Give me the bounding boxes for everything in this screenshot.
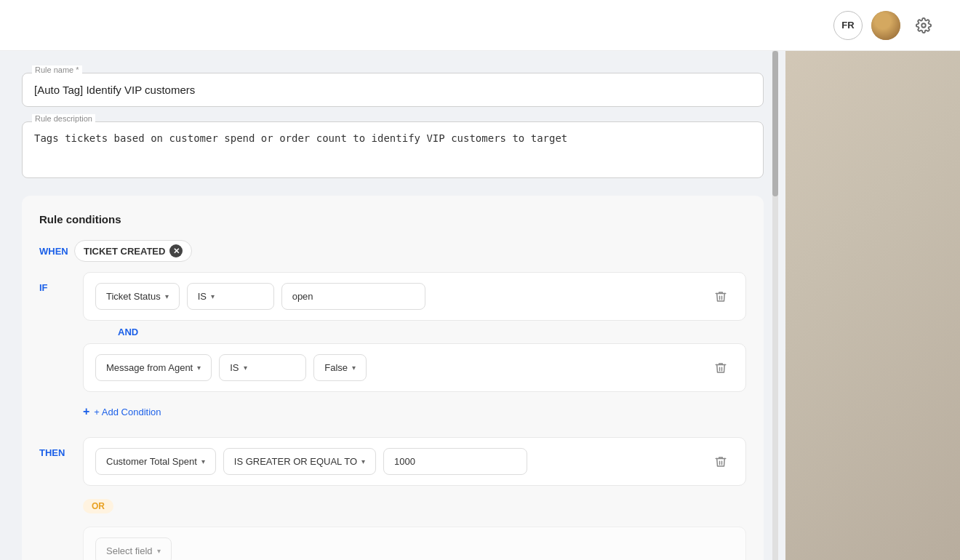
top-bar: FR [0, 0, 960, 51]
rule-desc-label: Rule description [32, 114, 95, 123]
plus-icon: + [83, 405, 89, 418]
when-tag-text: TICKET CREATED [84, 246, 165, 257]
add-condition-button[interactable]: + + Add Condition [83, 401, 161, 423]
condition-1: Ticket Status ▾ IS ▾ [83, 272, 746, 321]
condition2-operator-label: IS [230, 362, 239, 373]
condition3-field-label: Customer Total Spent [106, 456, 197, 467]
rule-name-label: Rule name * [32, 65, 82, 74]
then-label-col: THEN [39, 437, 71, 459]
condition3-operator-arrow: ▾ [361, 457, 365, 465]
condition3-field-arrow: ▾ [201, 457, 205, 465]
then-conditions-col: Customer Total Spent ▾ IS GREATER OR EQU… [83, 437, 746, 560]
rule-desc-input[interactable]: Tags tickets based on customer spend or … [22, 121, 764, 178]
condition1-field-label: Ticket Status [106, 291, 161, 302]
when-row: WHEN TICKET CREATED ✕ [39, 240, 746, 262]
condition2-field-label: Message from Agent [106, 362, 193, 373]
and-label: AND [118, 327, 746, 337]
trash-icon [714, 290, 727, 303]
when-tag-close[interactable]: ✕ [169, 244, 183, 257]
rule-name-input[interactable] [22, 73, 764, 107]
when-label: WHEN [39, 246, 68, 257]
svg-point-0 [921, 23, 926, 28]
trash-icon-2 [714, 361, 727, 375]
condition1-operator-arrow: ▾ [211, 292, 215, 300]
avatar[interactable] [871, 11, 900, 40]
condition2-operator-arrow: ▾ [244, 364, 247, 372]
condition4-field-dropdown[interactable]: Select field ▾ [95, 537, 172, 560]
condition1-field-dropdown[interactable]: Ticket Status ▾ [95, 283, 180, 310]
condition1-operator-label: IS [198, 291, 207, 302]
condition1-operator-dropdown[interactable]: IS ▾ [187, 283, 274, 310]
condition1-delete-button[interactable] [708, 284, 734, 310]
bg-decoration [778, 0, 960, 560]
section-title: Rule conditions [39, 213, 746, 225]
condition3-operator-label: IS GREATER OR EQUAL TO [234, 456, 357, 467]
top-bar-actions: FR [833, 11, 938, 40]
rule-conditions-card: Rule conditions WHEN TICKET CREATED ✕ IF… [22, 196, 764, 560]
scrollbar-thumb[interactable] [772, 51, 778, 196]
scrollbar-track [772, 51, 778, 560]
condition2-operator-dropdown[interactable]: IS ▾ [219, 354, 306, 381]
then-section: THEN Customer Total Spent ▾ IS GREATER O… [39, 437, 746, 560]
condition2-value-dropdown[interactable]: False ▾ [313, 354, 367, 381]
condition2-field-dropdown[interactable]: Message from Agent ▾ [95, 354, 212, 381]
or-label: OR [83, 499, 113, 513]
when-tag-chip: TICKET CREATED ✕ [74, 240, 192, 262]
condition1-value-input[interactable] [281, 283, 425, 310]
rule-name-group: Rule name * [22, 73, 764, 107]
condition2-value-arrow: ▾ [352, 364, 356, 372]
condition4-field-arrow: ▾ [157, 547, 161, 555]
rule-desc-group: Rule description Tags tickets based on c… [22, 121, 764, 181]
condition3-field-dropdown[interactable]: Customer Total Spent ▾ [95, 448, 216, 475]
condition2-value-label: False [324, 362, 348, 373]
settings-button[interactable] [909, 11, 938, 40]
add-condition-row: + + Add Condition [83, 401, 746, 423]
gear-icon [916, 17, 932, 33]
condition-4: Select field ▾ [83, 527, 746, 560]
condition4-field-label: Select field [106, 545, 153, 556]
then-label: THEN [39, 447, 65, 458]
condition-2: Message from Agent ▾ IS ▾ False ▾ [83, 343, 746, 392]
condition2-field-arrow: ▾ [197, 364, 201, 372]
condition1-field-arrow: ▾ [165, 292, 169, 300]
condition3-value-input[interactable] [383, 448, 527, 475]
trash-icon-3 [714, 455, 727, 468]
if-section: IF Ticket Status ▾ IS ▾ [39, 272, 746, 423]
if-label-col: IF [39, 272, 71, 294]
avatar-image [871, 11, 900, 40]
lang-button[interactable]: FR [833, 11, 863, 40]
or-label-row: OR [83, 493, 746, 519]
main-content: Rule name * Rule description Tags ticket… [0, 51, 785, 560]
condition2-delete-button[interactable] [708, 355, 734, 381]
condition-3: Customer Total Spent ▾ IS GREATER OR EQU… [83, 437, 746, 486]
condition3-delete-button[interactable] [708, 449, 734, 475]
add-condition-label: + Add Condition [94, 407, 161, 417]
if-conditions-col: Ticket Status ▾ IS ▾ [83, 272, 746, 423]
if-label: IF [39, 282, 48, 293]
condition3-operator-dropdown[interactable]: IS GREATER OR EQUAL TO ▾ [223, 448, 376, 475]
